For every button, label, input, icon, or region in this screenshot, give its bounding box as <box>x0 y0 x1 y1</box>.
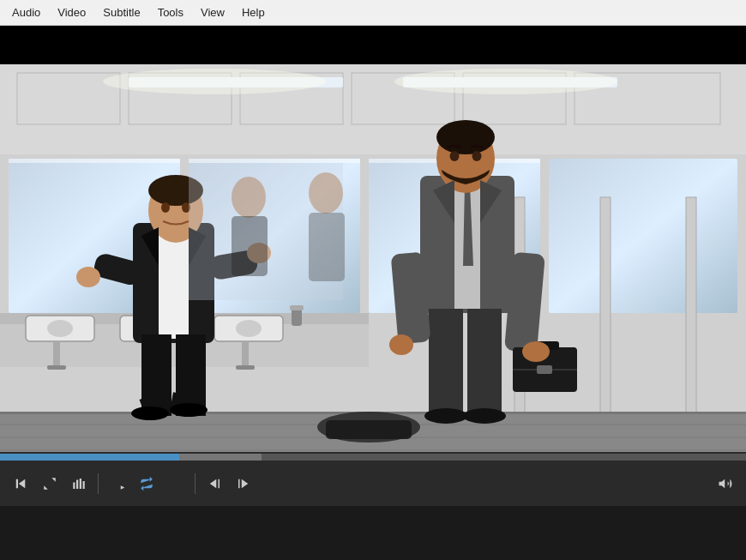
svg-rect-44 <box>159 227 189 339</box>
svg-point-89 <box>103 69 326 94</box>
svg-rect-95 <box>73 482 75 489</box>
fullscreen-icon <box>42 476 57 491</box>
volume-button[interactable] <box>712 470 739 497</box>
svg-marker-109 <box>719 479 725 488</box>
playlist-icon <box>110 476 125 491</box>
svg-point-90 <box>394 69 617 94</box>
skip-back-button[interactable] <box>7 470 34 497</box>
svg-point-70 <box>450 151 460 161</box>
svg-rect-87 <box>292 309 302 326</box>
svg-rect-35 <box>686 197 696 420</box>
svg-point-22 <box>47 320 73 337</box>
svg-point-71 <box>472 151 482 161</box>
loop-button[interactable] <box>133 470 160 497</box>
menu-audio[interactable]: Audio <box>3 3 49 22</box>
video-area <box>0 26 746 506</box>
menu-help[interactable]: Help <box>233 3 274 22</box>
svg-point-53 <box>161 202 170 213</box>
svg-rect-98 <box>83 481 85 489</box>
svg-rect-24 <box>47 365 66 370</box>
shuffle-icon <box>168 476 183 491</box>
svg-point-66 <box>424 408 467 424</box>
menu-view[interactable]: View <box>192 3 233 22</box>
svg-point-59 <box>76 267 100 287</box>
svg-marker-91 <box>19 479 26 488</box>
video-frame[interactable] <box>0 26 746 506</box>
svg-marker-107 <box>242 479 249 488</box>
svg-rect-97 <box>80 479 81 489</box>
skip-back-icon <box>13 476 28 491</box>
svg-rect-31 <box>242 341 249 367</box>
seek-fill <box>0 454 179 461</box>
svg-point-50 <box>170 403 208 417</box>
seek-bar[interactable] <box>0 454 746 461</box>
svg-rect-34 <box>600 197 611 420</box>
equalizer-icon <box>71 476 87 491</box>
svg-point-83 <box>232 177 266 218</box>
svg-point-30 <box>236 320 262 337</box>
svg-rect-106 <box>219 479 220 488</box>
svg-rect-42 <box>326 420 412 439</box>
controls-buttons <box>0 461 746 506</box>
separator-1 <box>98 473 99 494</box>
svg-point-49 <box>131 406 169 420</box>
separator-2 <box>195 473 196 494</box>
prev-icon <box>207 476 222 491</box>
menu-subtitle[interactable]: Subtitle <box>94 3 148 22</box>
svg-rect-84 <box>232 216 268 276</box>
prev-button[interactable] <box>201 470 228 497</box>
svg-rect-88 <box>290 305 304 310</box>
volume-area <box>712 470 739 497</box>
svg-rect-80 <box>537 365 552 374</box>
menu-bar: Audio Video Subtitle Tools View Help <box>0 0 746 26</box>
svg-rect-86 <box>309 213 345 281</box>
menu-tools[interactable]: Tools <box>149 3 192 22</box>
svg-point-67 <box>463 408 506 424</box>
svg-rect-17 <box>189 159 360 163</box>
svg-line-103 <box>170 478 182 490</box>
svg-rect-92 <box>16 479 18 488</box>
playlist-button[interactable] <box>104 470 131 497</box>
controls-bar <box>0 452 746 506</box>
svg-rect-65 <box>467 309 502 416</box>
svg-point-81 <box>522 341 550 362</box>
svg-rect-96 <box>76 479 78 489</box>
svg-marker-102 <box>121 485 125 490</box>
next-icon <box>236 476 251 491</box>
svg-rect-0 <box>0 26 746 64</box>
svg-rect-15 <box>549 159 737 313</box>
svg-rect-16 <box>9 159 180 163</box>
svg-rect-32 <box>236 365 255 370</box>
svg-point-76 <box>389 334 413 355</box>
equalizer-button[interactable] <box>65 470 93 497</box>
menu-video[interactable]: Video <box>49 3 94 22</box>
volume-icon <box>718 476 733 491</box>
shuffle-button[interactable] <box>162 470 190 497</box>
next-button[interactable] <box>230 470 257 497</box>
loop-icon <box>139 476 154 491</box>
svg-marker-105 <box>210 479 217 488</box>
svg-point-85 <box>309 172 343 214</box>
svg-line-104 <box>170 478 182 490</box>
svg-point-69 <box>436 120 495 154</box>
svg-rect-108 <box>238 479 240 488</box>
svg-rect-23 <box>53 341 60 367</box>
fullscreen-button[interactable] <box>36 470 63 497</box>
svg-rect-64 <box>429 309 463 416</box>
